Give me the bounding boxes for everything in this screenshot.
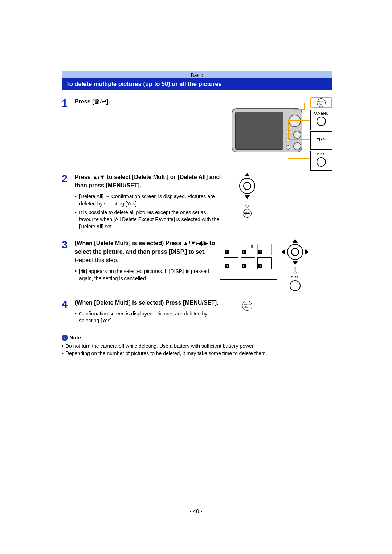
down-arrow-icon	[245, 195, 250, 199]
step-2-heading: Press ▲/▼ to select [Delete Multi] or [D…	[75, 173, 224, 190]
green-down-arrow-icon: ⇩	[243, 201, 251, 208]
camera-body	[232, 108, 302, 152]
step-number: 1	[62, 97, 75, 109]
note-badge-icon: i	[62, 335, 68, 341]
disp-button-icon	[290, 280, 301, 291]
trash-return-icon: 🗑/↩	[94, 98, 106, 105]
thumbnail: 4	[224, 257, 238, 269]
camera-qmenu-btn	[293, 131, 301, 139]
thumbnail: 6	[257, 257, 272, 269]
thumbnail: 1	[224, 244, 238, 255]
dpad-ring-icon	[287, 244, 303, 260]
camera-dpad	[289, 115, 301, 127]
callout-menu-set: MENU/SET	[310, 97, 332, 108]
page-number: - 40 -	[0, 508, 392, 514]
up-arrow-icon	[293, 239, 298, 243]
menu-set-icon: MENU/SET	[243, 209, 252, 218]
dpad-four-way-diagram: ⇩ DISP.	[281, 239, 309, 291]
callout-disp: DISP.	[310, 151, 332, 171]
step-number: 4	[62, 298, 75, 310]
step-3: 3 (When [Delete Multi] is selected) Pres…	[62, 239, 332, 291]
camera-screen	[235, 112, 283, 150]
thumbnail: 5	[241, 257, 255, 269]
header-category: Basic	[62, 71, 332, 78]
camera-back-diagram: MENU/SET Q.MENU 🗑/↩ DISP.	[232, 97, 332, 166]
menu-set-icon: MENU/SET	[242, 301, 252, 311]
callout-delete-return: 🗑/↩	[310, 131, 332, 150]
note-heading: i Note	[62, 335, 332, 341]
disp-label: DISP.	[291, 276, 299, 279]
highlight-line	[304, 103, 305, 110]
step-4-bullets: •Confirmation screen is displayed. Pictu…	[75, 310, 224, 325]
trash-icon: 🗑	[250, 244, 254, 248]
section-title: To delete multiple pictures (up to 50) o…	[62, 78, 332, 90]
step-4-heading: (When [Delete Multi] is selected) Press …	[75, 298, 224, 307]
step-2-bullets: •[Delete All] → Confirmation screen is d…	[75, 193, 224, 230]
highlight-line	[288, 158, 310, 159]
step-2: 2 Press ▲/▼ to select [Delete Multi] or …	[62, 173, 332, 232]
dpad-ring-icon	[239, 178, 255, 194]
step-3-heading: (When [Delete Multi] is selected) Press …	[75, 239, 216, 264]
step-number: 2	[62, 173, 75, 184]
qmenu-button-icon	[317, 117, 326, 126]
highlight-line	[288, 120, 289, 139]
step-4: 4 (When [Delete Multi] is selected) Pres…	[62, 298, 332, 326]
step-1: 1 Press [🗑/↩]. MENU/SET	[62, 97, 332, 166]
highlight-line	[288, 120, 310, 121]
dpad-up-down-diagram: ⇩ MENU/SET	[233, 173, 261, 218]
menu-set-icon: MENU/SET	[317, 98, 326, 107]
right-arrow-icon	[305, 249, 309, 254]
camera-disp-btn	[293, 142, 301, 150]
step-number: 3	[62, 239, 75, 250]
down-arrow-icon	[293, 261, 298, 265]
highlight-line	[294, 109, 305, 110]
thumbnail-grid: 1 2🗑 3 4 5 6	[220, 239, 277, 280]
step-3-bullets: •[🗑] appears on the selected pictures. I…	[75, 268, 216, 282]
green-down-arrow-icon: ⇩	[291, 267, 299, 274]
callout-qmenu: Q.MENU	[310, 110, 332, 130]
highlight-line	[288, 139, 310, 140]
left-arrow-icon	[281, 249, 285, 254]
step-1-heading: Press [🗑/↩].	[75, 97, 228, 106]
disp-button-icon	[317, 157, 326, 167]
up-arrow-icon	[245, 173, 250, 176]
highlight-line	[304, 103, 310, 103]
note-list: •Do not turn the camera off while deleti…	[62, 342, 332, 357]
thumbnail: 2🗑	[241, 244, 255, 255]
camera-small-btn	[286, 145, 290, 150]
thumbnail-selected: 3	[257, 244, 272, 255]
